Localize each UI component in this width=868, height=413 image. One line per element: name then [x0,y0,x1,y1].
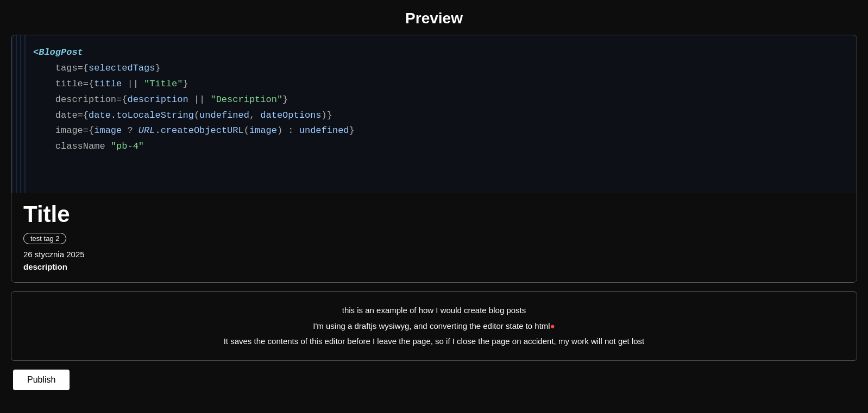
code-line-image: image={image ? URL.createObjectURL(image… [28,123,857,139]
post-title: Title [23,201,845,227]
main-container: <BlogPost tags={selectedTags} title={tit… [0,35,868,399]
code-line-tags: tags={selectedTags} [28,61,857,77]
post-date: 26 stycznia 2025 [23,250,845,259]
publish-button[interactable]: Publish [13,370,70,390]
editor-line-2: I'm using a draftjs wysiwyg, and convert… [28,319,840,334]
code-tag-line: <BlogPost [28,45,857,61]
editor-line-3: It saves the contents of this editor bef… [28,334,840,350]
code-line-date: date={date.toLocaleString(undefined, dat… [28,108,857,124]
page-header: Preview [0,0,868,35]
preview-card: <BlogPost tags={selectedTags} title={tit… [11,35,857,283]
code-block: <BlogPost tags={selectedTags} title={tit… [11,35,857,193]
editor-area: this is an example of how I would create… [11,291,857,361]
red-dot: ● [550,321,555,331]
code-line-title: title={title || "Title"} [28,77,857,92]
code-line-classname: className "pb-4" [28,139,857,155]
post-info: Title test tag 2 26 stycznia 2025 descri… [11,193,857,282]
editor-line-1: this is an example of how I would create… [28,303,840,319]
post-description: description [23,262,845,271]
code-line-description: description={description || "Description… [28,92,857,108]
page-title: Preview [0,10,868,27]
tag-badge: test tag 2 [23,233,66,244]
